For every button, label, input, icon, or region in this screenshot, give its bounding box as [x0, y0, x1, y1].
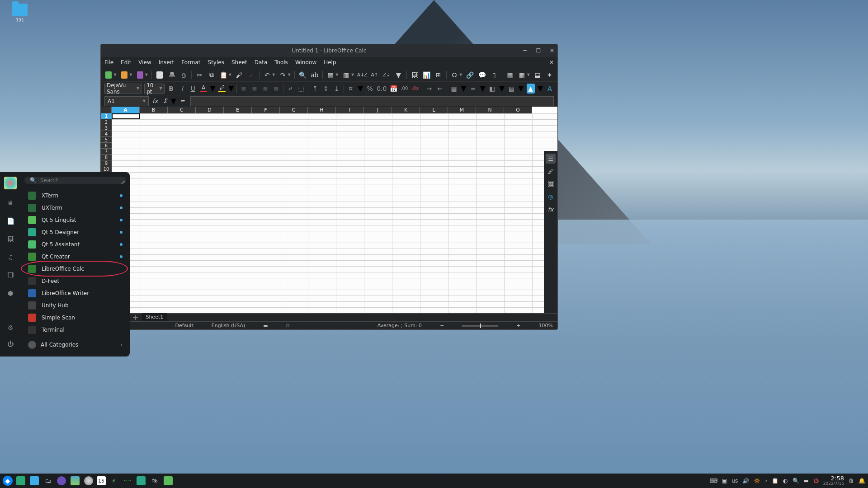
align-justify-button[interactable]: ≡	[272, 84, 280, 94]
sheet-tab-1[interactable]: Sheet1	[142, 313, 167, 322]
status-insert-mode[interactable]: ▬	[263, 323, 268, 328]
taskbar-browser-icon[interactable]	[56, 475, 67, 486]
tray-trash-icon[interactable]: 🗑	[849, 478, 854, 484]
menu-tools[interactable]: Tools	[274, 59, 288, 66]
status-language[interactable]: English (USA)	[212, 323, 245, 328]
function-wizard-icon[interactable]: fx	[151, 98, 160, 104]
export-pdf-icon[interactable]	[156, 70, 164, 80]
row-header-1[interactable]: 1	[101, 113, 112, 119]
freeze-icon[interactable]: ▦	[518, 70, 526, 80]
col-header-i[interactable]: I	[336, 107, 364, 113]
clone-formatting-icon[interactable]: 🖌	[235, 70, 243, 80]
clear-button[interactable]: A	[546, 84, 554, 94]
maximize-button[interactable]: ☐	[535, 47, 542, 54]
menu-edit[interactable]: Edit	[121, 59, 131, 66]
taskbar-store-icon[interactable]: 🛍	[149, 475, 160, 486]
italic-button[interactable]: I	[178, 84, 186, 94]
column-icon[interactable]: ▥	[342, 70, 350, 80]
pivot-icon[interactable]: ⊞	[434, 70, 442, 80]
menu-insert[interactable]: Insert	[159, 59, 174, 66]
col-header-a[interactable]: A	[112, 107, 140, 113]
taskbar-calendar-icon[interactable]: 15	[97, 476, 106, 485]
undo-icon[interactable]: ↶	[263, 70, 271, 80]
align-middle-button[interactable]: ↕	[322, 84, 330, 94]
open-icon[interactable]	[120, 70, 128, 80]
cut-icon[interactable]: ✂	[195, 70, 203, 80]
hyperlink-icon[interactable]: 🔗	[466, 70, 474, 80]
tray-notifications-icon[interactable]: 🔔	[859, 478, 865, 484]
taskbar-files-icon[interactable]: 🗂	[42, 475, 53, 486]
taskbar-photos-icon[interactable]	[70, 475, 80, 486]
percent-button[interactable]: %	[366, 84, 374, 94]
borders-button[interactable]: ▦	[450, 84, 458, 94]
sort-desc-icon[interactable]: Z↓	[382, 70, 391, 80]
window-titlebar[interactable]: Untitled 1 - LibreOffice Calc ─ ☐ ✕	[101, 44, 557, 57]
taskbar-tiles-icon[interactable]	[29, 475, 40, 486]
conditional-button[interactable]: ▲	[527, 84, 535, 94]
zoom-out-button[interactable]: −	[440, 323, 444, 328]
cell-style-button[interactable]: ▦	[507, 84, 515, 94]
active-cell-a1[interactable]	[112, 113, 140, 119]
close-document-button[interactable]: ✕	[549, 59, 554, 66]
menu-window[interactable]: Window	[295, 59, 316, 66]
all-categories-button[interactable]: ⋯ All Categories ›	[24, 338, 126, 352]
bold-button[interactable]: B	[167, 84, 175, 94]
col-header-o[interactable]: O	[504, 107, 532, 113]
col-header-l[interactable]: L	[420, 107, 448, 113]
remove-decimal-button[interactable]: .0x	[411, 84, 419, 94]
print-icon[interactable]: 🖶	[167, 70, 175, 80]
sidebar-functions-icon[interactable]: fx	[546, 204, 556, 214]
taskbar-desktop-icon[interactable]	[15, 475, 26, 486]
header-footer-icon[interactable]: ▯	[490, 70, 498, 80]
col-header-f[interactable]: F	[252, 107, 280, 113]
menu-data[interactable]: Data	[255, 59, 268, 66]
col-header-g[interactable]: G	[280, 107, 308, 113]
taskbar-libreoffice-icon[interactable]	[163, 475, 174, 486]
special-char-icon[interactable]: Ω	[450, 70, 458, 80]
menu-help[interactable]: Help	[324, 59, 336, 66]
name-box[interactable]: A1▼	[104, 96, 149, 106]
tray-keyboard-icon[interactable]: ⌨	[710, 478, 717, 484]
autofilter-icon[interactable]: ▼	[394, 70, 402, 80]
sidebar-styles-icon[interactable]: 🖊	[546, 166, 556, 176]
desktop-folder-721[interactable]: 721	[9, 4, 31, 23]
row-header-5[interactable]: 5	[101, 137, 112, 143]
menu-file[interactable]: File	[104, 59, 113, 66]
sort-asc-icon[interactable]: A↑	[370, 70, 378, 80]
taskbar-app2-icon[interactable]	[136, 475, 146, 486]
sidebar-navigator-icon[interactable]: ◎	[546, 192, 556, 202]
row-header-4[interactable]: 4	[101, 131, 112, 137]
redo-icon[interactable]: ↷	[278, 70, 287, 80]
font-color-button[interactable]: A	[200, 84, 207, 92]
currency-button[interactable]: ¤	[347, 84, 355, 94]
show-draw-icon[interactable]: ✦	[545, 70, 553, 80]
row-header-10[interactable]: 10	[101, 166, 112, 172]
launcher-power-icon[interactable]: ⏻	[6, 339, 15, 348]
row-icon[interactable]: ▦	[326, 70, 335, 80]
col-header-m[interactable]: M	[448, 107, 476, 113]
sidebar-properties-icon[interactable]: ☰	[546, 154, 556, 164]
col-header-h[interactable]: H	[308, 107, 336, 113]
col-header-d[interactable]: D	[196, 107, 224, 113]
decrease-indent-button[interactable]: ←	[436, 84, 444, 94]
tray-search-icon[interactable]: 🔍	[793, 478, 799, 484]
app-item-simple-scan[interactable]: Simple Scan	[24, 311, 126, 324]
font-name-combo[interactable]: DejaVu Sans▼	[104, 84, 142, 94]
number-button[interactable]: 0.0	[377, 84, 387, 94]
sidebar-gallery-icon[interactable]: 🖼	[546, 179, 556, 189]
taskbar-app1-icon[interactable]: ⚡	[108, 475, 119, 486]
launcher-settings-icon[interactable]: ⚙	[6, 323, 15, 332]
zoom-in-button[interactable]: +	[516, 323, 520, 328]
row-header-3[interactable]: 3	[101, 125, 112, 131]
taskbar-disc-icon[interactable]	[83, 475, 94, 486]
row-header-6[interactable]: 6	[101, 143, 112, 149]
border-style-button[interactable]: ═	[469, 84, 477, 94]
tray-display-icon[interactable]: ▣	[722, 478, 727, 484]
col-header-c[interactable]: C	[168, 107, 196, 113]
app-item-qt-5-designer[interactable]: Qt 5 Designer	[24, 226, 126, 238]
launcher-search[interactable]: 🔍	[24, 177, 126, 184]
copy-icon[interactable]: ⧉	[208, 70, 216, 80]
merge-cells-button[interactable]: ⬚	[297, 84, 305, 94]
accept-icon[interactable]: =	[178, 98, 187, 104]
launcher-expand-icon[interactable]: ⤢	[121, 179, 125, 186]
